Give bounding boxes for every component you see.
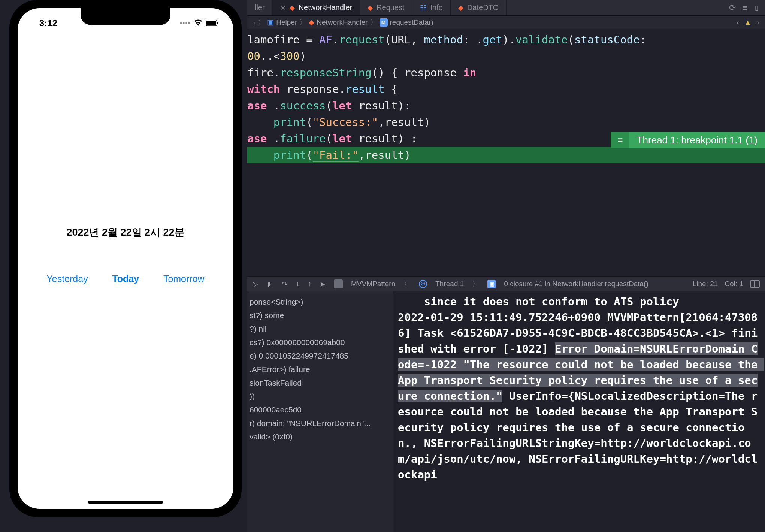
- home-indicator[interactable]: [88, 501, 163, 504]
- var-row[interactable]: 600000aec5d0: [250, 403, 393, 417]
- plist-icon: ☷: [420, 3, 427, 12]
- swift-icon: ◆: [309, 18, 314, 27]
- date-label: 2022년 2월 22일 2시 22분: [66, 226, 184, 239]
- tab-label: ller: [255, 3, 265, 12]
- folder-icon: ▣: [267, 18, 274, 27]
- breadcrumb-file[interactable]: NetworkHandler: [317, 18, 368, 27]
- toggle-breakpoints-icon[interactable]: ▷: [253, 280, 258, 288]
- simulator-screen[interactable]: 3:12 •••• 2022년 2월 22일 2시 22분 Yesterday …: [18, 8, 233, 509]
- var-row[interactable]: valid> (0xf0): [250, 430, 393, 444]
- step-out-icon[interactable]: ↑: [308, 280, 312, 288]
- debug-thread[interactable]: Thread 1: [435, 280, 464, 288]
- var-row[interactable]: e) 0.0001052249972417485: [250, 349, 393, 363]
- tab-label: Request: [377, 3, 405, 12]
- debug-toolbar: ▷ ⏵⃒ ↷ ↓ ↑ ➤ MVVMPattern 〉 ⦿ Thread 1 〉 …: [247, 276, 765, 291]
- step-into-icon[interactable]: ↓: [296, 280, 300, 288]
- ios-simulator: 3:12 •••• 2022년 2월 22일 2시 22분 Yesterday …: [9, 0, 242, 517]
- chevron-back-icon[interactable]: ‹: [737, 18, 739, 27]
- list-icon[interactable]: ≡: [743, 3, 747, 12]
- breakpoint-label: Thread 1: breakpoint 1.1 (1): [629, 132, 765, 148]
- breakpoint-handle-icon[interactable]: ≡: [611, 132, 629, 148]
- console-text: UserInfo={NSLocalizedDescription=The res…: [398, 390, 758, 481]
- cursor-line: Line: 21: [693, 280, 718, 288]
- var-row[interactable]: st?) some: [250, 309, 393, 322]
- var-row[interactable]: sionTaskFailed: [250, 376, 393, 390]
- tab-partial-left[interactable]: ller: [247, 0, 273, 15]
- breadcrumb-method[interactable]: requestData(): [390, 18, 433, 27]
- var-row[interactable]: .AFError>) failure: [250, 363, 393, 376]
- variables-view[interactable]: ponse<String>) st?) some ?) nil cs?) 0x0…: [247, 291, 393, 532]
- warning-icon[interactable]: ▲: [744, 18, 752, 27]
- var-row[interactable]: cs?) 0x000060000069ab00: [250, 336, 393, 349]
- var-row[interactable]: ?) nil: [250, 322, 393, 336]
- refresh-icon[interactable]: ⟳: [729, 3, 736, 12]
- swift-icon: ◆: [458, 4, 463, 12]
- chevron-forward-icon[interactable]: ›: [757, 18, 759, 27]
- breadcrumb[interactable]: ‹ 〉 ▣ Helper 〉 ◆ NetworkHandler 〉 M requ…: [247, 16, 765, 29]
- debug-console[interactable]: since it does not conform to ATS policy …: [393, 291, 765, 532]
- panel-toggle-icon[interactable]: [750, 280, 760, 288]
- editor-tab-bar: ller ✕ ◆ NetworkHandler ◆ Request ☷ Info…: [247, 0, 765, 16]
- tab-datedto[interactable]: ◆ DateDTO: [451, 0, 507, 15]
- cursor-col: Col: 1: [725, 280, 743, 288]
- tomorrow-button[interactable]: Tomorrow: [163, 273, 205, 284]
- tab-networkhandler[interactable]: ✕ ◆ NetworkHandler: [273, 0, 360, 15]
- debug-app-name[interactable]: MVVMPattern: [351, 280, 395, 288]
- yesterday-button[interactable]: Yesterday: [46, 273, 88, 284]
- var-row[interactable]: ponse<String>): [250, 295, 393, 309]
- location-icon[interactable]: ➤: [320, 280, 326, 288]
- swift-icon: ◆: [368, 4, 373, 12]
- var-row[interactable]: )): [250, 390, 393, 403]
- method-icon: M: [380, 18, 388, 27]
- step-over-icon[interactable]: ↷: [282, 280, 288, 288]
- thread-icon: ⦿: [419, 280, 427, 288]
- breadcrumb-folder[interactable]: Helper: [276, 18, 297, 27]
- swift-icon: ◆: [290, 4, 295, 12]
- continue-icon[interactable]: ⏵⃒: [266, 280, 273, 288]
- breakpoint-indicator[interactable]: ≡ Thread 1: breakpoint 1.1 (1): [611, 132, 765, 148]
- app-icon: [334, 279, 343, 288]
- tab-label: Info: [430, 3, 443, 12]
- chevron-back-icon[interactable]: ‹: [253, 18, 255, 27]
- panel-icon[interactable]: ▯: [754, 3, 759, 12]
- stackframe-icon: ▣: [487, 280, 496, 288]
- tab-label: NetworkHandler: [299, 3, 352, 12]
- close-icon[interactable]: ✕: [280, 4, 286, 12]
- var-row[interactable]: r) domain: "NSURLErrorDomain"...: [250, 417, 393, 430]
- debug-frame[interactable]: 0 closure #1 in NetworkHandler.requestDa…: [504, 280, 648, 288]
- today-button[interactable]: Today: [112, 273, 139, 284]
- tab-info[interactable]: ☷ Info: [412, 0, 451, 15]
- tab-request[interactable]: ◆ Request: [360, 0, 412, 15]
- code-editor[interactable]: lamofire = AF.request(URL, method: .get)…: [247, 29, 765, 276]
- tab-label: DateDTO: [467, 3, 499, 12]
